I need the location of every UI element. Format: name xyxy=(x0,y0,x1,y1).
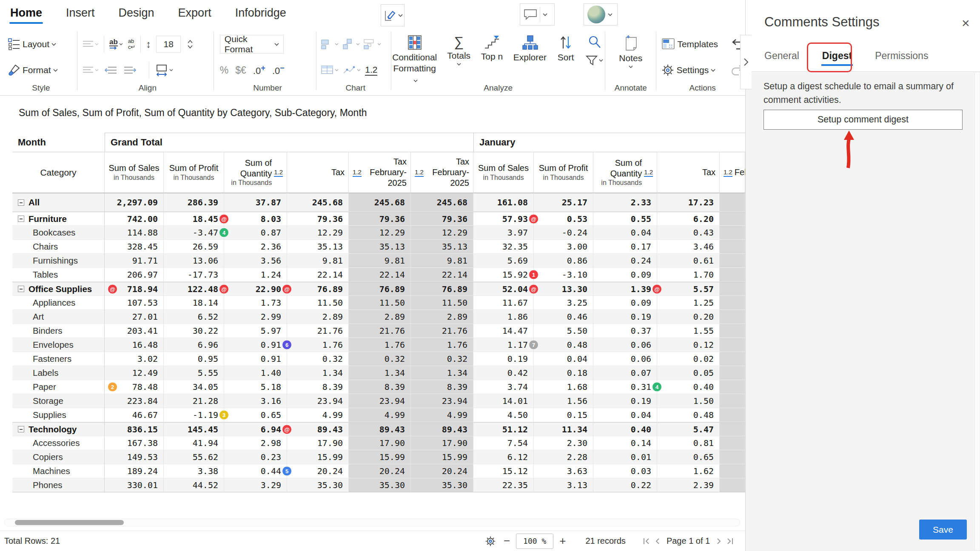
pivot-cell[interactable]: 5.69 xyxy=(473,254,534,268)
pivot-cell[interactable]: 245.68 xyxy=(287,193,349,212)
pivot-cell[interactable]: 5.50 xyxy=(534,324,593,338)
next-page-button[interactable] xyxy=(715,537,723,545)
pivot-cell[interactable]: 3.02 xyxy=(105,352,164,366)
pivot-row-label[interactable]: Phones xyxy=(12,478,105,492)
pivot-cell[interactable]: 0.04 xyxy=(593,226,657,240)
pivot-row-label[interactable]: All xyxy=(12,193,105,212)
pivot-cell[interactable]: 4.99 xyxy=(287,408,349,422)
last-page-button[interactable] xyxy=(726,537,734,545)
pivot-cell[interactable] xyxy=(720,422,745,436)
pivot-cell[interactable]: 89.43 xyxy=(349,422,411,436)
pivot-cell[interactable]: 25.17 xyxy=(534,193,593,212)
pivot-cell[interactable]: 34.05 xyxy=(164,380,224,394)
pivot-cell[interactable]: 1.70 xyxy=(657,268,720,282)
pivot-cell[interactable]: 0.37 xyxy=(593,324,657,338)
pivot-cell[interactable]: 17.90 xyxy=(287,436,349,450)
totals-button[interactable]: ∑ Totals xyxy=(447,33,470,65)
pivot-cell[interactable]: 114.88 xyxy=(105,226,164,240)
pivot-cell[interactable] xyxy=(720,324,745,338)
pivot-cell[interactable]: 328.45 xyxy=(105,240,164,254)
pivot-cell[interactable]: 3.38 xyxy=(164,464,224,478)
pivot-cell[interactable]: 6.96 xyxy=(164,338,224,352)
pivot-cell[interactable]: 35.30 xyxy=(411,478,473,492)
pivot-cell[interactable] xyxy=(720,254,745,268)
pivot-cell[interactable]: 1.76 xyxy=(287,338,349,352)
pivot-cell[interactable]: 30.22 xyxy=(164,324,224,338)
sort-button[interactable]: Sort xyxy=(557,33,575,63)
quick-format-select[interactable]: Quick Format xyxy=(220,35,284,54)
pivot-cell[interactable]: 14.47 xyxy=(473,324,534,338)
pivot-cell[interactable]: 12.29 xyxy=(287,226,349,240)
pivot-cell[interactable]: 1.34 xyxy=(349,366,411,380)
pivot-cell[interactable]: 1.73 xyxy=(224,296,287,310)
pivot-cell[interactable]: 2.89 xyxy=(287,310,349,324)
pivot-cell[interactable]: 23.94 xyxy=(349,394,411,408)
pivot-column-header[interactable]: Sum of Profitin Thousands xyxy=(164,152,224,193)
tab-export[interactable]: Export xyxy=(177,4,212,24)
pivot-row-label[interactable]: Furnishings xyxy=(12,254,105,268)
pivot-cell[interactable]: 11.50 xyxy=(349,296,411,310)
tab-design[interactable]: Design xyxy=(118,4,155,24)
pivot-cell[interactable] xyxy=(720,436,745,450)
pivot-cell[interactable]: 0.40 xyxy=(593,422,657,436)
pivot-cell[interactable]: 9.81 xyxy=(349,254,411,268)
comment-badge[interactable]: 5 xyxy=(282,466,292,476)
pivot-cell[interactable]: 76.89 xyxy=(287,282,349,296)
pivot-row-label[interactable]: Accessories xyxy=(12,436,105,450)
pivot-row-label[interactable]: Machines xyxy=(12,464,105,478)
pivot-cell[interactable] xyxy=(720,282,745,296)
comment-badge[interactable]: 1 xyxy=(529,270,538,280)
pivot-cell[interactable]: 1.39@ xyxy=(593,282,657,296)
pivot-cell[interactable]: 21.76 xyxy=(287,324,349,338)
pivot-column-header[interactable]: Sum of Profitin Thousands xyxy=(534,152,593,193)
pivot-cell[interactable]: 41.94 xyxy=(164,436,224,450)
pivot-cell[interactable]: 55.62 xyxy=(164,450,224,464)
table-options-gear-icon[interactable] xyxy=(485,536,496,547)
pivot-cell[interactable]: 20.24 xyxy=(411,464,473,478)
comments-split-button[interactable] xyxy=(520,3,555,26)
decimal-link[interactable]: 1.2 xyxy=(644,168,653,177)
vertical-align-icon[interactable] xyxy=(83,40,99,48)
collapse-row-icon[interactable] xyxy=(18,286,24,292)
pivot-cell[interactable]: 0.43 xyxy=(657,226,720,240)
pivot-cell[interactable]: 3.97 xyxy=(473,226,534,240)
scrollbar-thumb[interactable] xyxy=(15,520,124,525)
pivot-cell[interactable]: 107.53 xyxy=(105,296,164,310)
format-button[interactable]: Format xyxy=(6,63,60,77)
pivot-cell[interactable]: 3.16 xyxy=(224,394,287,408)
pivot-cell[interactable]: 91.71 xyxy=(105,254,164,268)
panel-collapse-button[interactable] xyxy=(740,35,752,89)
pivot-cell[interactable]: -1.193 xyxy=(164,408,224,422)
pivot-cell[interactable]: 1.68 xyxy=(534,380,593,394)
zoom-out-button[interactable]: − xyxy=(504,534,510,548)
pivot-cell[interactable]: 0.32 xyxy=(287,352,349,366)
percent-format-icon[interactable]: % xyxy=(220,65,228,76)
first-page-button[interactable] xyxy=(643,537,650,545)
pivot-cell[interactable]: 12.49 xyxy=(105,366,164,380)
pivot-cell[interactable]: 0.916 xyxy=(224,338,287,352)
chevron-down-icon[interactable] xyxy=(543,13,547,16)
pivot-row-label[interactable]: Chairs xyxy=(12,240,105,254)
horizontal-scrollbar[interactable] xyxy=(4,519,740,526)
pivot-cell[interactable]: 22.90@ xyxy=(224,282,287,296)
pivot-cell[interactable]: 1.40 xyxy=(224,366,287,380)
pivot-cell[interactable]: 9.81 xyxy=(287,254,349,268)
comment-badge[interactable]: 2 xyxy=(108,382,117,392)
pivot-cell[interactable]: 78.482 xyxy=(105,380,164,394)
collapse-row-icon[interactable] xyxy=(18,216,24,222)
pivot-cell[interactable]: 2.39 xyxy=(657,478,720,492)
pivot-group-january[interactable]: January xyxy=(473,133,745,152)
sparkline-icon[interactable] xyxy=(343,65,361,75)
pivot-cell[interactable]: 0.86 xyxy=(534,254,593,268)
pivot-cell[interactable]: 21.28 xyxy=(164,394,224,408)
pivot-corner-month[interactable]: Month xyxy=(12,133,105,152)
comment-badge[interactable]: 4 xyxy=(652,382,662,392)
pivot-cell[interactable]: 0.32 xyxy=(411,352,473,366)
pivot-cell[interactable]: 13.30 xyxy=(534,282,593,296)
pivot-cell[interactable]: 330.01 xyxy=(105,478,164,492)
comment-badge[interactable]: 3 xyxy=(219,410,229,420)
close-icon[interactable]: × xyxy=(962,16,970,30)
font-size-input[interactable]: 18 xyxy=(156,36,181,53)
comment-badge[interactable]: @ xyxy=(529,214,538,224)
decimal-format-button[interactable]: 1.2 xyxy=(365,65,377,75)
